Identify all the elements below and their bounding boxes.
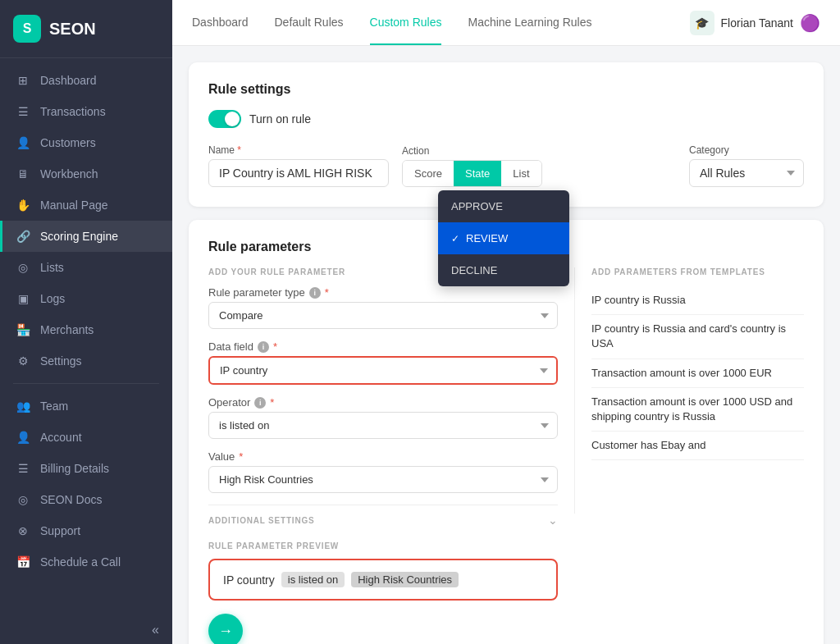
templates-label: ADD PARAMETERS FROM TEMPLATES	[591, 267, 804, 276]
type-label: Rule parameter type i *	[208, 286, 558, 299]
category-label: Category	[689, 144, 804, 156]
sidebar-item-transactions[interactable]: ☰Transactions	[0, 96, 172, 127]
toggle-thumb	[225, 112, 240, 126]
action-label: Action	[402, 145, 542, 157]
page-content: Rule settings Turn on rule Name * Action	[172, 46, 840, 644]
sidebar-icon-account: 👤	[16, 430, 30, 445]
operator-form-group: Operator i * is listed on equals contain…	[208, 396, 558, 439]
sidebar-label-logs: Logs	[40, 292, 65, 305]
template-item-1[interactable]: IP country is Russia and card's country …	[591, 315, 804, 359]
type-info-icon[interactable]: i	[309, 287, 321, 299]
parameters-right-col: ADD PARAMETERS FROM TEMPLATES IP country…	[574, 267, 804, 514]
rule-settings-card: Rule settings Turn on rule Name * Action	[189, 62, 824, 207]
dropdown-approve[interactable]: APPROVE	[438, 190, 569, 222]
value-select[interactable]: High Risk Countries Blocked Countries Wh…	[208, 466, 558, 493]
dropdown-review[interactable]: ✓ REVIEW	[438, 222, 569, 254]
sidebar-divider	[13, 383, 159, 384]
dropdown-decline[interactable]: DECLINE	[438, 254, 569, 286]
sidebar-item-dashboard[interactable]: ⊞Dashboard	[0, 65, 172, 96]
sidebar-item-merchants[interactable]: 🏪Merchants	[0, 314, 172, 345]
sidebar-logo: S SEON	[0, 0, 172, 58]
sidebar-item-workbench[interactable]: 🖥Workbench	[0, 158, 172, 190]
sidebar-label-lists: Lists	[40, 261, 64, 274]
sidebar-label-scoring-engine: Scoring Engine	[40, 230, 118, 243]
sidebar-label-dashboard: Dashboard	[40, 74, 97, 87]
data-field-select[interactable]: IP country Card country Shipping country	[208, 356, 558, 385]
sidebar-label-account: Account	[40, 431, 82, 444]
type-form-group: Rule parameter type i * Compare Boolean …	[208, 286, 558, 329]
sidebar-item-logs[interactable]: ▣Logs	[0, 283, 172, 314]
sidebar-icon-transactions: ☰	[16, 104, 30, 119]
sidebar-label-manual-page: Manual Page	[40, 199, 108, 212]
sidebar-collapse-button[interactable]: «	[0, 616, 172, 644]
sidebar-item-manual-page[interactable]: ✋Manual Page	[0, 190, 172, 221]
main-content: DashboardDefault RulesCustom RulesMachin…	[172, 0, 840, 644]
sidebar-item-seon-docs[interactable]: ◎SEON Docs	[0, 484, 172, 515]
list-button[interactable]: List	[501, 161, 541, 186]
template-item-4[interactable]: Customer has Ebay and	[591, 432, 804, 460]
sidebar-icon-team: 👥	[16, 399, 30, 413]
sidebar-icon-scoring-engine: 🔗	[16, 229, 30, 244]
operator-label: Operator i *	[208, 396, 558, 409]
action-form-group: Action Score State List	[402, 145, 542, 187]
data-field-label: Data field i *	[208, 340, 558, 353]
next-button[interactable]: →	[208, 614, 243, 644]
operator-select[interactable]: is listed on equals contains	[208, 412, 558, 439]
category-form-group: Category All Rules AML Fraud KYC	[689, 144, 804, 187]
sidebar-label-billing: Billing Details	[40, 462, 109, 475]
state-button[interactable]: State	[454, 161, 501, 186]
sidebar-item-support[interactable]: ⊗Support	[0, 515, 172, 546]
value-form-group: Value * High Risk Countries Blocked Coun…	[208, 450, 558, 493]
sidebar-item-account[interactable]: 👤Account	[0, 422, 172, 453]
sidebar-icon-dashboard: ⊞	[16, 73, 30, 88]
check-icon: ✓	[451, 233, 459, 244]
preview-token-operator: is listed on	[281, 572, 345, 587]
tab-default-rules[interactable]: Default Rules	[275, 1, 344, 45]
sidebar-label-schedule: Schedule a Call	[40, 555, 121, 569]
user-avatar-button[interactable]: 🎓 Florian Tanant 🟣	[690, 11, 820, 35]
sidebar-item-settings[interactable]: ⚙Settings	[0, 345, 172, 377]
sidebar-icon-seon-docs: ◎	[16, 492, 30, 507]
category-select[interactable]: All Rules AML Fraud KYC	[689, 159, 804, 187]
sidebar-item-lists[interactable]: ◎Lists	[0, 252, 172, 283]
approve-label: APPROVE	[451, 200, 503, 212]
sidebar-label-workbench: Workbench	[40, 167, 98, 180]
sidebar-label-settings: Settings	[40, 354, 82, 368]
rule-name-input[interactable]	[208, 159, 389, 187]
topnav-right: 🎓 Florian Tanant 🟣	[690, 11, 820, 35]
sidebar-item-scoring-engine[interactable]: 🔗Scoring Engine	[0, 221, 172, 252]
parameters-two-col: ADD YOUR RULE PARAMETER Rule parameter t…	[208, 267, 804, 644]
sidebar-icon-support: ⊗	[16, 523, 30, 538]
template-item-0[interactable]: IP country is Russia	[591, 286, 804, 315]
sidebar-icon-manual-page: ✋	[16, 198, 30, 212]
sidebar-label-merchants: Merchants	[40, 323, 94, 336]
score-button[interactable]: Score	[403, 161, 454, 186]
template-item-3[interactable]: Transaction amount is over 1000 USD and …	[591, 388, 804, 432]
sidebar-icon-workbench: 🖥	[16, 167, 30, 181]
tab-custom-rules[interactable]: Custom Rules	[370, 1, 442, 45]
sidebar-item-team[interactable]: 👥Team	[0, 391, 172, 422]
rule-toggle[interactable]	[208, 110, 241, 128]
user-name: Florian Tanant	[721, 16, 793, 30]
preview-section: RULE PARAMETER PREVIEW IP country is lis…	[208, 541, 558, 601]
preview-label: RULE PARAMETER PREVIEW	[208, 541, 558, 550]
tab-ml-rules[interactable]: Machine Learning Rules	[468, 1, 591, 45]
template-item-2[interactable]: Transaction amount is over 1000 EUR	[591, 359, 804, 388]
additional-settings-toggle[interactable]: ADDITIONAL SETTINGS ⌄	[208, 505, 558, 535]
action-dropdown: APPROVE ✓ REVIEW DECLINE	[438, 190, 569, 286]
sidebar-icon-logs: ▣	[16, 291, 30, 306]
sidebar-icon-customers: 👤	[16, 135, 30, 150]
toggle-label: Turn on rule	[249, 112, 311, 126]
operator-info-icon[interactable]: i	[254, 397, 266, 409]
tab-dashboard[interactable]: Dashboard	[192, 1, 249, 45]
type-select[interactable]: Compare Boolean Equals	[208, 302, 558, 329]
sidebar-icon-settings: ⚙	[16, 354, 30, 368]
data-field-form-group: Data field i * IP country Card country S…	[208, 340, 558, 385]
sidebar-item-billing[interactable]: ☰Billing Details	[0, 453, 172, 484]
sidebar-item-customers[interactable]: 👤Customers	[0, 127, 172, 158]
sidebar-label-transactions: Transactions	[40, 105, 106, 118]
sidebar-item-schedule[interactable]: 📅Schedule a Call	[0, 546, 172, 578]
data-field-info-icon[interactable]: i	[258, 341, 269, 353]
sidebar-nav: ⊞Dashboard☰Transactions👤Customers🖥Workbe…	[0, 58, 172, 616]
user-avatar-icon: 🎓	[690, 11, 714, 35]
